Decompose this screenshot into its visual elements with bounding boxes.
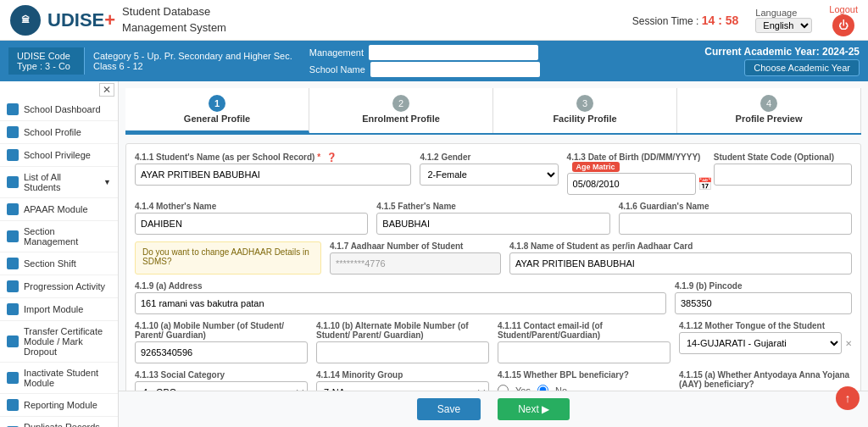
sidebar-item-school-privilege[interactable]: School Privilege xyxy=(0,144,118,167)
udise-info: UDISE Code Type : 3 - Co xyxy=(8,47,85,75)
delete-lang-button[interactable]: ✕ xyxy=(845,339,852,348)
aadhaar-note: Do you want to change AADHAAR Details in… xyxy=(135,241,321,274)
school-icon xyxy=(7,126,19,138)
bpl-radio-group: Yes No xyxy=(498,381,670,391)
inactivate-icon xyxy=(7,372,19,384)
reporting-icon xyxy=(7,399,19,411)
field-alt-mobile: 4.1.10 (b) Alternate Mobile Number (of S… xyxy=(316,321,489,363)
calendar-icon[interactable]: 📅 xyxy=(698,177,712,191)
academic-year-section: Current Academic Year: 2024-25 Choose Ac… xyxy=(704,46,860,76)
field-father-name: 4.1.5 Father's Name xyxy=(376,202,609,235)
sidebar-item-section-management[interactable]: Section Management xyxy=(0,221,118,252)
import-icon xyxy=(7,303,19,315)
transfer-icon xyxy=(7,336,19,347)
sidebar-item-apaar[interactable]: APAAR Module xyxy=(0,198,118,221)
shift-icon xyxy=(7,258,19,269)
field-aadhaar-name: 4.1.8 Name of Student as per/in Aadhaar … xyxy=(509,241,852,274)
field-mother-tongue: 4.1.12 Mother Tongue of the Student 14-G… xyxy=(679,321,852,363)
system-title: Student Database Management System xyxy=(122,4,226,35)
sidebar-item-progression[interactable]: Progression Activity xyxy=(0,275,118,298)
field-4111-label: 4.1.11 Contact email-id (of Student/Pare… xyxy=(498,321,670,340)
sidebar-item-duplicate[interactable]: Duplicate Records 2024-25 xyxy=(0,417,118,427)
state-code-input[interactable] xyxy=(714,164,852,186)
tab-profile-preview[interactable]: 4 Profile Preview xyxy=(677,88,861,133)
sidebar-item-inactivate[interactable]: Inactivate Student Module xyxy=(0,363,118,394)
sidebar-item-transfer[interactable]: Transfer Certificate Module / Mark Dropo… xyxy=(0,321,118,363)
sidebar-item-reporting[interactable]: Reporting Module xyxy=(0,394,118,417)
field-413-label: 4.1.3 Date of Birth (DD/MM/YYYY) Age Mat… xyxy=(567,152,705,171)
social-category-select[interactable]: 4 - OBC 1 - General 2 - SC 3 - ST xyxy=(135,381,308,391)
tab-facility-profile[interactable]: 3 Facility Profile xyxy=(493,88,677,133)
field-student-name: 4.1.1 Student's Name (as per School Reco… xyxy=(135,152,411,195)
step-4-label: Profile Preview xyxy=(681,114,857,124)
bpl-yes-radio[interactable] xyxy=(498,385,509,391)
save-button[interactable]: Save xyxy=(417,398,481,420)
student-name-input[interactable] xyxy=(135,164,411,186)
field-419b-label: 4.1.9 (b) Pincode xyxy=(675,281,852,291)
field-418-label: 4.1.8 Name of Student as per/in Aadhaar … xyxy=(509,241,852,251)
tab-enrolment-profile[interactable]: 2 Enrolment Profile xyxy=(309,88,493,133)
scroll-top-button[interactable]: ↑ xyxy=(836,386,860,410)
section-icon xyxy=(7,230,19,242)
progression-icon xyxy=(7,280,19,292)
step-2-label: Enrolment Profile xyxy=(313,114,489,124)
category-info: Category 5 - Up. Pr. Secondary and Highe… xyxy=(85,47,301,75)
father-name-input[interactable] xyxy=(376,213,609,235)
field-412-label: 4.1.2 Gender xyxy=(420,152,558,162)
tab-general-profile[interactable]: 1 General Profile xyxy=(125,88,309,133)
step-tabs: 1 General Profile 2 Enrolment Profile 3 … xyxy=(125,88,861,135)
top-header: 🏛 UDISE + Student Database Management Sy… xyxy=(0,0,868,41)
field-address: 4.1.9 (a) Address xyxy=(135,281,666,314)
minority-group-select[interactable]: 7-NA xyxy=(316,381,489,391)
step-3-number: 3 xyxy=(576,95,593,112)
pincode-input[interactable] xyxy=(675,292,852,314)
field-dob: 4.1.3 Date of Birth (DD/MM/YYYY) Age Mat… xyxy=(567,152,705,195)
school-name-input[interactable] xyxy=(370,62,540,77)
field-4110b-label: 4.1.10 (b) Alternate Mobile Number (of S… xyxy=(316,321,489,340)
field-aay: 4.1.15 (a) Whether Antyodaya Anna Yojana… xyxy=(679,370,852,391)
language-select[interactable]: English xyxy=(755,18,812,33)
management-input[interactable] xyxy=(369,45,538,60)
alt-mobile-input[interactable] xyxy=(316,341,489,363)
logout-button[interactable]: ⏻ xyxy=(832,14,854,36)
sidebar-item-school-dashboard[interactable]: School Dashboard xyxy=(0,98,118,121)
mobile-input[interactable] xyxy=(135,341,308,363)
email-input[interactable] xyxy=(498,341,670,363)
sidebar-item-import[interactable]: Import Module xyxy=(0,298,118,321)
students-icon xyxy=(7,176,19,188)
state-code-label: Student State Code (Optional) xyxy=(714,152,852,162)
form-row-3: Do you want to change AADHAAR Details in… xyxy=(135,241,852,274)
sidebar-item-all-students[interactable]: List of All Students ▼ xyxy=(0,167,118,198)
field-4113-label: 4.1.13 Social Category xyxy=(135,370,308,380)
session-time: Session Time : 14 : 58 xyxy=(632,14,739,27)
field-4115-label: 4.1.15 Whether BPL beneficiary? xyxy=(498,370,670,380)
bpl-no-radio[interactable] xyxy=(537,385,548,391)
sidebar-item-section-shift[interactable]: Section Shift xyxy=(0,252,118,275)
address-input[interactable] xyxy=(135,292,666,314)
gender-select[interactable]: 2-Female 1-Male 3-Other xyxy=(420,164,558,186)
field-4112-label: 4.1.12 Mother Tongue of the Student xyxy=(679,321,852,330)
mother-tongue-select[interactable]: 14-GUJARATI - Gujarati xyxy=(679,332,842,354)
field-minority-group: 4.1.14 Minority Group 7-NA xyxy=(316,370,489,391)
field-411-label: 4.1.1 Student's Name (as per School Reco… xyxy=(135,152,411,162)
mother-name-input[interactable] xyxy=(135,213,368,235)
emblem-icon: 🏛 xyxy=(10,5,41,36)
main-layout: ✕ School Dashboard School Profile School… xyxy=(0,81,868,427)
field-415-label: 4.1.5 Father's Name xyxy=(376,202,609,211)
choose-year-button[interactable]: Choose Academic Year xyxy=(744,59,860,76)
apaar-icon xyxy=(7,203,19,215)
field-4115a-label: 4.1.15 (a) Whether Antyodaya Anna Yojana… xyxy=(679,370,852,389)
logo-area: 🏛 UDISE + Student Database Management Sy… xyxy=(10,4,226,35)
management-label: Management xyxy=(309,47,364,58)
aadhaar-number-input[interactable] xyxy=(330,252,501,274)
next-button[interactable]: Next ▶ xyxy=(498,398,570,420)
sidebar-close-button[interactable]: ✕ xyxy=(99,83,114,97)
dob-input[interactable] xyxy=(567,173,696,195)
arrow-icon: ▼ xyxy=(103,178,111,186)
form-row-4: 4.1.9 (a) Address 4.1.9 (b) Pincode xyxy=(135,281,852,314)
aadhaar-name-input[interactable] xyxy=(509,252,852,274)
privilege-icon xyxy=(7,149,19,161)
dashboard-icon xyxy=(7,103,19,115)
guardian-name-input[interactable] xyxy=(619,213,852,235)
sidebar-item-school-profile[interactable]: School Profile xyxy=(0,121,118,144)
